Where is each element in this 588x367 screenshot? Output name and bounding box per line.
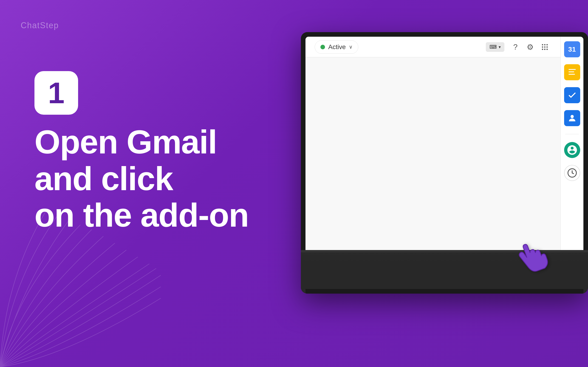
- laptop-mockup: Active ∨ ⌨ ▾ ? ⚙: [278, 18, 588, 335]
- status-label: Active: [328, 43, 346, 51]
- active-status-button[interactable]: Active ∨: [315, 40, 358, 54]
- svg-point-8: [546, 49, 548, 50]
- heading-line2: on the add-on: [35, 197, 249, 234]
- svg-point-0: [542, 44, 543, 45]
- clock-icon[interactable]: [564, 165, 580, 181]
- keyboard-symbol: ⌨: [489, 44, 497, 50]
- svg-rect-11: [569, 74, 575, 75]
- svg-point-12: [571, 115, 574, 118]
- step-number: 1: [48, 78, 65, 108]
- keep-icon[interactable]: [564, 87, 580, 103]
- gmail-topbar: Active ∨ ⌨ ▾ ? ⚙: [305, 37, 561, 57]
- topbar-right-icons: ? ⚙: [509, 41, 551, 53]
- laptop-feet: [305, 289, 583, 294]
- svg-point-5: [546, 46, 548, 48]
- logo: ChatStep: [21, 21, 59, 30]
- main-heading: Open Gmail and click on the add-on: [35, 124, 253, 234]
- keyboard-shortcut-icon[interactable]: ⌨ ▾: [486, 42, 504, 52]
- settings-icon[interactable]: ⚙: [524, 41, 536, 53]
- heading-line1: Open Gmail and click: [35, 123, 217, 197]
- svg-point-1: [544, 44, 545, 45]
- svg-point-7: [544, 49, 545, 50]
- step-badge: 1: [35, 71, 78, 115]
- chatgpt-icon[interactable]: [564, 142, 580, 158]
- tasks-icon[interactable]: [564, 64, 580, 80]
- svg-point-6: [542, 49, 543, 50]
- contacts-icon[interactable]: [564, 110, 580, 126]
- sidebar-divider: [565, 134, 579, 134]
- svg-rect-9: [569, 69, 576, 70]
- chevron-down-icon: ∨: [349, 44, 353, 50]
- svg-point-2: [546, 44, 548, 45]
- help-icon[interactable]: ?: [509, 41, 522, 53]
- status-dot: [320, 45, 325, 49]
- gmail-sidebar-right: 31: [561, 37, 583, 280]
- svg-point-3: [542, 46, 543, 48]
- calendar-label: 31: [568, 45, 576, 53]
- keyboard-arrow: ▾: [499, 44, 501, 50]
- svg-point-4: [544, 46, 545, 48]
- calendar-icon[interactable]: 31: [564, 41, 580, 57]
- grid-icon[interactable]: [538, 41, 551, 53]
- svg-rect-10: [569, 72, 574, 73]
